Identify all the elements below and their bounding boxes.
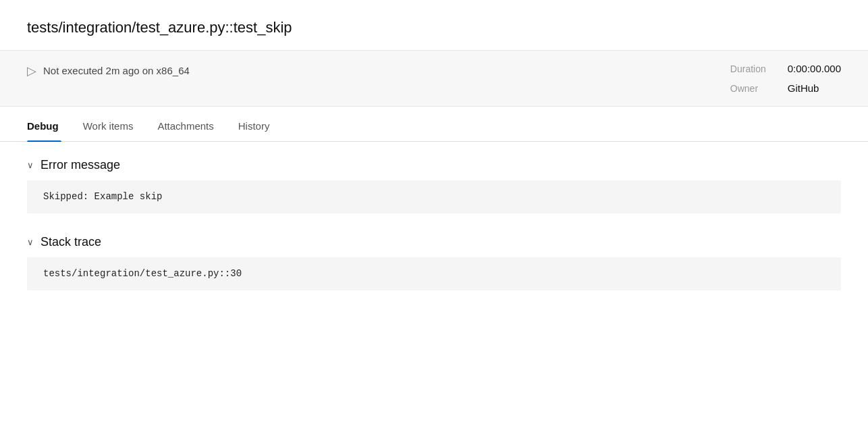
not-executed-icon: ▷ [27, 63, 36, 78]
status-text: Not executed 2m ago on x86_64 [43, 65, 190, 76]
stack-trace-section: ∨ Stack trace tests/integration/test_azu… [27, 235, 841, 290]
error-message-title: Error message [40, 158, 120, 172]
stack-trace-content: tests/integration/test_azure.py::30 [27, 257, 841, 290]
tab-history[interactable]: History [236, 109, 283, 141]
owner-label: Owner [730, 83, 766, 94]
tab-debug[interactable]: Debug [27, 109, 72, 141]
chevron-down-icon: ∨ [27, 237, 34, 247]
status-section: ▷ Not executed 2m ago on x86_64 [27, 63, 190, 78]
owner-value: GitHub [788, 82, 841, 94]
tabs-bar: Debug Work items Attachments History [0, 109, 868, 142]
meta-details: Duration 0:00:00.000 Owner GitHub [730, 63, 841, 94]
duration-label: Duration [730, 63, 766, 74]
error-message-section: ∨ Error message Skipped: Example skip [27, 158, 841, 213]
stack-trace-header[interactable]: ∨ Stack trace [27, 235, 841, 249]
duration-value: 0:00:00.000 [788, 63, 841, 74]
page-title: tests/integration/test_azure.py::test_sk… [0, 0, 868, 50]
tab-work-items[interactable]: Work items [80, 109, 147, 141]
tab-attachments[interactable]: Attachments [155, 109, 227, 141]
meta-bar: ▷ Not executed 2m ago on x86_64 Duration… [0, 50, 868, 107]
chevron-down-icon: ∨ [27, 160, 34, 170]
stack-trace-title: Stack trace [40, 235, 101, 249]
error-message-header[interactable]: ∨ Error message [27, 158, 841, 172]
main-content: ∨ Error message Skipped: Example skip ∨ … [0, 142, 868, 328]
error-message-content: Skipped: Example skip [27, 180, 841, 213]
